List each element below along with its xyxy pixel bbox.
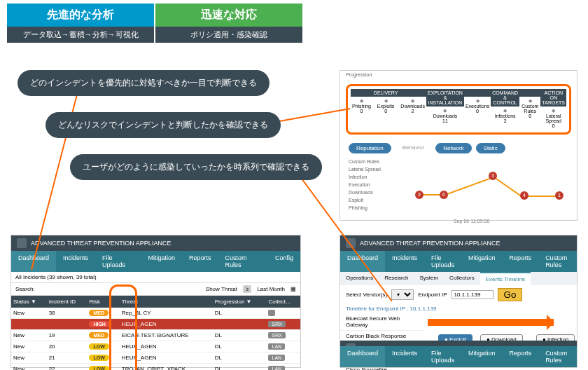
killchain-stage[interactable]: ◆Phishing0 [351, 89, 372, 130]
filter-row-2: Search: Show Threat ≥ Last Month ▦ [11, 283, 300, 296]
banner-analysis: 先進的な分析 データ取込→蓄積→分析→可視化 [7, 4, 154, 43]
nav-item[interactable]: Incidents [385, 346, 424, 367]
timeline-link[interactable]: Timeline for Endpoint IP : 10.1.1.139 [340, 304, 577, 313]
banner-response: 迅速な対応 ポリシ適用・感染確認 [155, 4, 302, 43]
col-collect[interactable]: Collect... [266, 296, 300, 308]
threat-toggle[interactable]: ≥ [243, 285, 251, 293]
callout-priority: どのインシデントを優先的に対処すべきか一目で判断できる [18, 70, 270, 96]
pill-row: Reputation Behavior Network Static [340, 140, 577, 156]
chart-dot[interactable]: 6 [440, 191, 448, 199]
timeline-panel: ADVANCED THREAT PREVENTION APPLIANCE Das… [340, 235, 578, 368]
callout-timeline: ユーザがどのように感染していったかを時系列で確認できる [70, 154, 322, 180]
pill-behavior[interactable]: Behavior [396, 143, 432, 153]
col-prog[interactable]: Progression ▼ [213, 296, 267, 308]
killchain-stage[interactable]: EXPLOITATION & INSTALLATION◆Downloads11 [426, 89, 464, 130]
banner-title: 先進的な分析 [7, 4, 154, 27]
y-axis-label: Infection [349, 174, 367, 179]
subnav-research[interactable]: Research [379, 272, 414, 285]
navbar-2: Dashboard Incidents File Uploads Mitigat… [340, 346, 577, 367]
nav-uploads[interactable]: File Uploads [424, 251, 461, 272]
calendar-icon[interactable]: ▦ [290, 286, 296, 292]
subnav: Operations Research System Collectors Ev… [340, 272, 577, 285]
incidents-panel: ADVANCED THREAT PREVENTION APPLIANCE Das… [10, 235, 301, 368]
nav-config[interactable]: Config [268, 251, 300, 272]
search-label: Search: [15, 286, 35, 292]
col-status[interactable]: Status ▼ [11, 296, 47, 308]
chart-dot[interactable]: 1 [555, 191, 564, 200]
filter-period[interactable]: Last Month [257, 286, 285, 292]
table-row[interactable]: New19MEDEICAR-TEST-SIGNATUREDLSRX [11, 330, 300, 341]
nav-dashboard[interactable]: Dashboard [11, 251, 56, 272]
y-axis-label: Exploit [349, 198, 363, 203]
table-row[interactable]: New20LOWHEUR_AGENDLLAN [11, 341, 300, 352]
y-axis-label: Execution [349, 182, 370, 187]
nav-mitigation[interactable]: Mitigation [461, 251, 503, 272]
killchain: ◆Phishing0DELIVERY◆Exploits0 ◆Downloads2… [346, 84, 571, 135]
nav-incidents[interactable]: Incidents [385, 251, 424, 272]
nav-mitigation[interactable]: Mitigation [141, 251, 183, 272]
nav-incidents[interactable]: Incidents [56, 251, 95, 272]
table-row[interactable]: New21LOWHEUR_AGENDLLAN [11, 352, 300, 364]
nav-reports[interactable]: Reports [503, 251, 539, 272]
nav-config[interactable]: Config [574, 251, 588, 272]
progression-label: Progression [340, 71, 577, 78]
vendor-label: Select Vendor(s) [346, 292, 387, 298]
killchain-stage[interactable]: ◆Custom Rules0 [519, 89, 540, 130]
navbar: Dashboard Incidents File Uploads Mitigat… [340, 251, 577, 272]
nav-item[interactable]: Custom Rules [538, 346, 574, 367]
vendor-select[interactable]: ▾ [391, 289, 414, 300]
callout-risk: どんなリスクでインシデントと判断したかを確認できる [46, 112, 281, 138]
nav-dashboard[interactable]: Dashboard [340, 251, 385, 272]
endpoint-label: Endpoint IP [418, 292, 447, 298]
chart-area: Custom RulesLateral SpreadInfectionExecu… [349, 159, 568, 222]
table-row[interactable]: New22LOWTROJAN_CRIPT_XPACKDLLAN [11, 364, 300, 371]
killchain-stage[interactable]: DELIVERY◆Exploits0 [372, 89, 400, 130]
subnav-system[interactable]: System [414, 272, 444, 285]
endpoint-input[interactable] [451, 290, 493, 299]
subnav-ops[interactable]: Operations [340, 272, 379, 285]
col-id[interactable]: Incident ID [47, 296, 88, 308]
nav-uploads[interactable]: File Uploads [95, 251, 141, 272]
killchain-stage[interactable]: COMMAND & CONTROL◆Infections2 [491, 89, 519, 130]
nav-rules[interactable]: Custom Rules [218, 251, 268, 272]
pill-static[interactable]: Static [476, 143, 505, 153]
nav-rules[interactable]: Custom Rules [538, 251, 574, 272]
app-title: ADVANCED THREAT PREVENTION APPLIANCE [31, 240, 171, 247]
subnav-timeline[interactable]: Events Timeline [480, 272, 531, 285]
go-button[interactable]: Go [498, 288, 523, 301]
shield-icon [17, 238, 27, 248]
nav-item[interactable]: File Uploads [424, 346, 461, 367]
y-axis-label: Custom Rules [349, 159, 379, 164]
pill-reputation[interactable]: Reputation [349, 143, 391, 153]
pill-network[interactable]: Network [435, 143, 471, 153]
killchain-panel: Progression ◆Phishing0DELIVERY◆Exploits0… [340, 70, 578, 221]
navbar: Dashboard Incidents File Uploads Mitigat… [11, 251, 300, 272]
table-row[interactable]: New38MEDRep_BL CYDL [11, 308, 300, 319]
summary-text: All Incidents (39 shown, 39 total) [15, 274, 97, 280]
chart-dot[interactable]: 3 [489, 172, 497, 180]
vendor-item[interactable]: Bluecoat Secure Web Gateway [340, 313, 424, 331]
vendor-row: Select Vendor(s) ▾ Endpoint IP Go [340, 285, 577, 304]
nav-item[interactable]: Config [574, 346, 588, 367]
banner-title: 迅速な対応 [155, 4, 302, 27]
nav-item[interactable]: Dashboard [340, 346, 385, 367]
killchain-stage[interactable]: ◆Downloads2 [399, 89, 426, 130]
killchain-stage[interactable]: ACTION ON TARGETS◆Lateral Spread0 [540, 89, 566, 130]
col-risk[interactable]: Risk [87, 296, 119, 308]
app-title: ADVANCED THREAT PREVENTION APPLIANCE [360, 240, 500, 247]
shield-icon [346, 238, 356, 248]
chart-dot[interactable]: 4 [520, 191, 528, 200]
nav-reports[interactable]: Reports [182, 251, 218, 272]
filter-show[interactable]: Show Threat [206, 286, 237, 292]
y-axis-label: Lateral Spread [349, 167, 381, 172]
killchain-stage[interactable]: ◆Executions0 [464, 89, 491, 130]
nav-item[interactable]: Reports [503, 346, 539, 367]
chart-dot[interactable]: 2 [415, 191, 424, 199]
nav-item[interactable]: Mitigation [461, 346, 503, 367]
banner-sub: データ取込→蓄積→分析→可視化 [7, 27, 154, 43]
table-row[interactable]: HIGHHEUR_AGENSRX [11, 319, 300, 330]
col-threat[interactable]: Threat [120, 296, 213, 308]
y-axis-label: Downloads [349, 190, 373, 195]
subnav-collectors[interactable]: Collectors [444, 272, 480, 285]
chart-date: Sep 06 12:05:00 [454, 219, 489, 224]
